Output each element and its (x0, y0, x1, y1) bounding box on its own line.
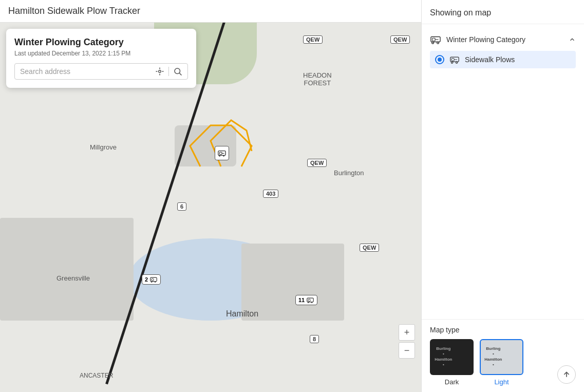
svg-rect-21 (432, 38, 435, 41)
road-badge-qew-lower: QEW (360, 244, 379, 252)
svg-rect-10 (308, 299, 310, 301)
svg-rect-6 (152, 278, 154, 281)
svg-point-13 (159, 70, 161, 73)
spacer (422, 77, 584, 319)
svg-point-7 (151, 282, 152, 283)
layer-item-label: Sidewalk Plows (465, 55, 515, 64)
svg-point-18 (175, 68, 180, 74)
layer-item-sidewalk-plows[interactable]: Sidewalk Plows (430, 51, 576, 68)
light-label: Light (494, 378, 508, 386)
urban-area (0, 218, 134, 321)
svg-point-24 (437, 42, 439, 44)
light-thumbnail: Burling•Hamilton• (480, 339, 523, 375)
plow-cluster-1[interactable]: 2 (142, 274, 161, 285)
road-badge-6: 6 (177, 202, 186, 211)
showing-label: Showing on map (430, 8, 491, 17)
locate-button[interactable] (155, 67, 164, 76)
svg-rect-1 (220, 152, 222, 154)
right-panel: Showing on map Winter Plowing Category S… (421, 0, 584, 392)
svg-line-19 (179, 73, 181, 75)
svg-point-3 (219, 155, 220, 157)
layer-section: Winter Plowing Category Sidewalk Plows (422, 24, 584, 77)
svg-rect-26 (451, 59, 454, 61)
map-type-light[interactable]: Burling•Hamilton• Light (480, 339, 523, 386)
svg-point-28 (451, 62, 453, 63)
panel-header: Showing on map (422, 0, 584, 24)
layer-group: Winter Plowing Category Sidewalk Plows (430, 30, 576, 68)
radio-button[interactable] (435, 55, 444, 64)
svg-point-8 (155, 282, 156, 283)
search-button[interactable] (173, 67, 182, 76)
map-type-label: Map type (430, 326, 576, 334)
svg-point-23 (432, 42, 434, 44)
layer-group-header[interactable]: Winter Plowing Category (430, 30, 576, 49)
svg-point-12 (311, 302, 312, 303)
search-input[interactable] (20, 67, 151, 76)
road-badge-qew-1: QEW (303, 35, 323, 44)
zoom-out-button[interactable]: − (399, 342, 415, 359)
svg-point-11 (308, 302, 309, 303)
back-to-top-button[interactable] (557, 365, 576, 384)
urban-area-2 (241, 244, 344, 321)
app-title: Hamilton Sidewalk Plow Tracker (0, 0, 421, 23)
road-badge-qew-mid: QEW (307, 159, 327, 167)
sidewalk-plow-icon (449, 55, 460, 64)
svg-point-29 (456, 62, 457, 63)
road-badge-8: 8 (310, 335, 319, 343)
map-type-dark[interactable]: Burling•Hamilton• Dark (430, 339, 474, 386)
zoom-in-button[interactable]: + (399, 324, 415, 341)
last-updated: Last updated December 13, 2022 1:15 PM (14, 50, 188, 57)
road-badge-qew-top-right: QEW (390, 35, 410, 44)
info-panel: Winter Plowing Category Last updated Dec… (6, 29, 196, 88)
search-bar[interactable] (14, 63, 188, 80)
plow-cluster-2[interactable]: 11 (295, 295, 317, 305)
layer-group-icon (430, 34, 441, 45)
radio-inner (438, 58, 442, 62)
road-badge-403: 403 (263, 190, 278, 198)
layer-group-name: Winter Plowing Category (446, 35, 525, 44)
plow-icon-1[interactable] (215, 146, 229, 160)
dark-thumbnail: Burling•Hamilton• (430, 339, 474, 375)
panel-heading: Winter Plowing Category (14, 37, 188, 48)
dark-label: Dark (445, 378, 459, 386)
chevron-up-icon (569, 36, 576, 43)
search-divider (168, 67, 169, 76)
svg-point-4 (223, 155, 224, 157)
layer-group-header-left: Winter Plowing Category (430, 34, 525, 45)
title-text: Hamilton Sidewalk Plow Tracker (8, 6, 140, 16)
map-type-options: Burling•Hamilton• Dark Burling•Hamilton•… (430, 339, 576, 386)
